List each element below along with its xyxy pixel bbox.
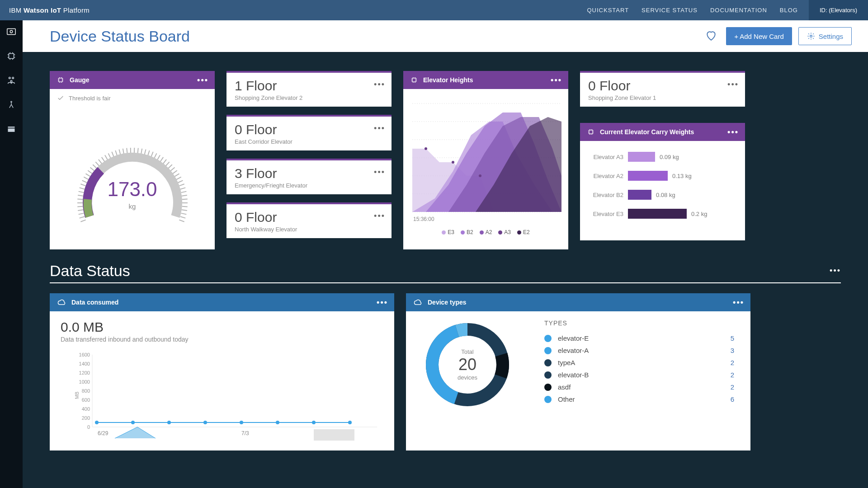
floor-card-menu[interactable]: ••• <box>374 124 385 133</box>
nav-usage-icon[interactable] <box>5 122 18 136</box>
nav-apps-icon[interactable] <box>5 98 18 112</box>
section-divider <box>50 282 841 283</box>
svg-rect-67 <box>412 78 416 82</box>
nav-members-icon[interactable] <box>5 74 18 87</box>
gear-icon <box>807 32 815 40</box>
page-header: Device Status Board + Add New Card Setti… <box>23 20 868 52</box>
floor-card-menu[interactable]: ••• <box>727 80 739 89</box>
heights-card-menu[interactable]: ••• <box>551 75 562 85</box>
svg-text:0: 0 <box>87 424 90 430</box>
weight-row: Elevator A30.09 kg <box>588 152 737 162</box>
type-name: Other <box>558 395 719 403</box>
nav-devices-icon[interactable] <box>5 49 18 63</box>
favorite-button[interactable] <box>703 27 720 46</box>
type-row[interactable]: typeA2 <box>544 357 734 369</box>
org-id-chip[interactable]: ID: (Elevators) <box>809 0 868 20</box>
weights-card-menu[interactable]: ••• <box>727 127 739 137</box>
type-dot <box>544 347 552 354</box>
weight-label: Elevator A2 <box>588 173 623 179</box>
settings-button-label: Settings <box>819 33 843 40</box>
device-types-header: Device types ••• <box>406 293 750 311</box>
svg-line-54 <box>176 177 181 180</box>
floor-card-0: 1 Floor Shopping Zone Elevator 2 ••• <box>226 71 392 107</box>
floor-sub: Emergency/Frieght Elevator <box>235 182 383 189</box>
gauge-card-menu[interactable]: ••• <box>197 75 208 85</box>
svg-rect-0 <box>7 29 15 35</box>
svg-line-17 <box>77 199 83 199</box>
device-types-menu[interactable]: ••• <box>733 298 744 307</box>
svg-line-53 <box>175 174 179 176</box>
svg-line-46 <box>157 155 160 160</box>
weights-card: Current Elevator Carry Weights ••• Eleva… <box>580 123 745 240</box>
svg-line-25 <box>88 170 92 174</box>
nav-documentation[interactable]: DOCUMENTATION <box>710 7 767 14</box>
floor-card-menu[interactable]: ••• <box>374 211 385 221</box>
type-row[interactable]: Other6 <box>544 393 734 405</box>
svg-line-13 <box>78 213 84 214</box>
x-tick: 6/29 <box>98 430 108 436</box>
chip-icon <box>410 76 418 84</box>
device-types-body: Total 20 devices TYPES elevator-E5elevat… <box>406 311 750 418</box>
nav-service-status[interactable]: SERVICE STATUS <box>642 7 698 14</box>
device-types-card: Device types ••• Total <box>406 293 750 450</box>
floor-card-menu[interactable]: ••• <box>374 80 385 89</box>
x-tick: 7/3 <box>241 430 249 436</box>
svg-point-93 <box>203 421 207 424</box>
type-name: elevator-A <box>558 347 719 354</box>
floor-card-menu[interactable]: ••• <box>374 168 385 177</box>
weight-bar <box>628 152 655 162</box>
svg-line-41 <box>141 149 142 154</box>
weights-card-title: Current Elevator Carry Weights <box>600 128 694 136</box>
type-row[interactable]: elevator-E5 <box>544 332 734 344</box>
nav-quickstart[interactable]: QUICKSTART <box>587 7 629 14</box>
settings-button[interactable]: Settings <box>798 27 852 45</box>
weight-row: Elevator A20.13 kg <box>588 171 737 181</box>
floor-card-1: 0 Floor East Corridor Elevator ••• <box>226 115 392 150</box>
type-row[interactable]: elevator-A3 <box>544 344 734 357</box>
nav-blog[interactable]: BLOG <box>780 7 798 14</box>
svg-point-4 <box>12 77 14 79</box>
svg-line-65 <box>180 216 185 218</box>
chip-icon <box>57 76 64 84</box>
gauge-card-header: Gauge ••• <box>50 71 215 89</box>
svg-line-48 <box>163 160 166 164</box>
type-name: typeA <box>558 359 719 366</box>
svg-text:600: 600 <box>82 397 90 403</box>
svg-line-43 <box>147 150 149 155</box>
floor-sub: Shopping Zone Elevator 2 <box>235 94 383 101</box>
floor-value: 0 Floor <box>235 122 383 137</box>
svg-line-31 <box>105 155 108 160</box>
svg-point-1 <box>10 30 13 33</box>
svg-text:1600: 1600 <box>79 352 90 357</box>
floor-value: 0 Floor <box>235 210 383 225</box>
svg-line-56 <box>179 184 184 186</box>
device-types-donut: Total 20 devices <box>422 319 513 410</box>
floor-value: 1 Floor <box>235 78 383 94</box>
side-nav <box>0 20 23 488</box>
svg-point-75 <box>425 147 427 150</box>
svg-rect-8 <box>8 128 15 132</box>
data-consumed-card: Data consumed ••• 0.0 MB Data transferre… <box>50 293 394 450</box>
type-row[interactable]: asdf2 <box>544 381 734 393</box>
weight-value: 0.09 kg <box>660 154 679 160</box>
donut-total-label: Total <box>461 348 473 355</box>
svg-text:1200: 1200 <box>79 370 90 375</box>
heights-card: Elevator Heights ••• <box>403 71 568 249</box>
svg-rect-78 <box>589 130 593 134</box>
chip-icon <box>587 128 594 136</box>
svg-line-59 <box>181 195 187 196</box>
gauge-value: 173.0 <box>107 178 157 201</box>
data-status-header: Data Status ••• <box>50 262 841 280</box>
nav-dashboard-icon[interactable] <box>5 25 18 38</box>
data-consumed-title: Data consumed <box>71 299 118 306</box>
svg-line-33 <box>112 152 113 157</box>
data-consumed-menu[interactable]: ••• <box>377 298 388 307</box>
heights-timestamp: 15:36:00 <box>413 216 434 222</box>
type-row[interactable]: elevator-B2 <box>544 369 734 381</box>
svg-point-97 <box>348 421 352 424</box>
section-menu[interactable]: ••• <box>830 266 841 276</box>
weights-card-header: Current Elevator Carry Weights ••• <box>580 123 745 141</box>
add-new-card-button[interactable]: + Add New Card <box>726 27 792 45</box>
svg-line-12 <box>79 216 85 218</box>
gauge-status-text: Threshold is fair <box>69 95 110 102</box>
